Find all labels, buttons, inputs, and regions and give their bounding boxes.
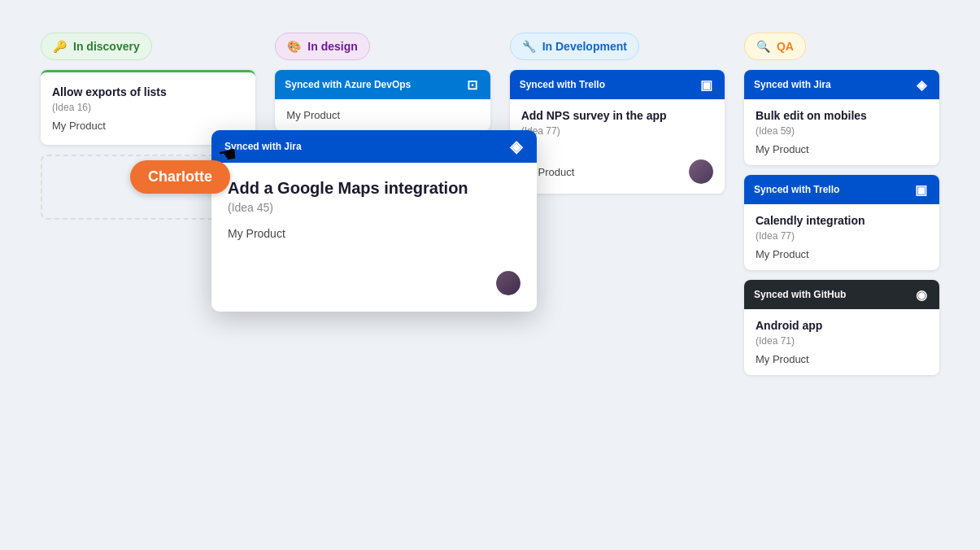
- discovery-label: In discovery: [73, 40, 140, 53]
- floating-card-avatar: [496, 271, 520, 295]
- floating-card-footer: [211, 263, 537, 312]
- development-sync-bar: Synced with Trello: [510, 70, 725, 99]
- azure-icon: [464, 76, 481, 93]
- development-sync-label: Synced with Trello: [520, 79, 605, 90]
- qa-icon: 🔍: [756, 40, 770, 53]
- column-header-development[interactable]: 🔧 In Development: [510, 33, 639, 60]
- qa-card-body-1: Bulk edit on mobiles (Idea 59) My Produc…: [744, 99, 939, 165]
- column-qa: 🔍 QA Synced with Jira Bulk edit on mobil…: [744, 33, 939, 517]
- qa-card-idea-1: (Idea 59): [756, 125, 928, 137]
- qa-card-body-2: Calendly integration (Idea 77) My Produc…: [744, 204, 939, 270]
- discovery-card-product: My Product: [52, 120, 244, 132]
- qa-card-idea-2: (Idea 77): [756, 230, 928, 242]
- development-label: In Development: [542, 40, 627, 53]
- qa-sync-bar-3: Synced with GitHub: [744, 280, 939, 309]
- qa-card-title-1: Bulk edit on mobiles: [756, 109, 928, 122]
- qa-card-3[interactable]: Synced with GitHub Android app (Idea 71)…: [744, 280, 939, 375]
- qa-card-title-2: Calendly integration: [756, 214, 928, 227]
- qa-card-2[interactable]: Synced with Trello Calendly integration …: [744, 175, 939, 270]
- development-card-body: Add NPS survey in the app (Idea 77): [510, 99, 725, 153]
- qa-card-product-2: My Product: [756, 248, 928, 260]
- development-card-title: Add NPS survey in the app: [521, 109, 713, 122]
- development-card-avatar: [689, 159, 713, 184]
- floating-jira-icon: ◈: [507, 138, 524, 155]
- qa-sync-label-1: Synced with Jira: [754, 79, 831, 90]
- charlotte-badge[interactable]: Charlotte: [130, 160, 230, 194]
- qa-card-product-3: My Product: [756, 353, 928, 365]
- development-icon: 🔧: [522, 40, 536, 53]
- design-card-product: My Product: [286, 109, 478, 121]
- design-sync-bar: Synced with Azure DevOps: [275, 70, 490, 99]
- jira-icon-1: [913, 76, 930, 93]
- trello-icon-dev: [699, 76, 715, 93]
- qa-sync-bar-1: Synced with Jira: [744, 70, 939, 99]
- floating-card[interactable]: Synced with Jira ◈ Add a Google Maps int…: [211, 130, 537, 312]
- design-icon: 🎨: [287, 40, 301, 53]
- floating-card-idea: (Idea 45): [228, 201, 520, 214]
- qa-card-1[interactable]: Synced with Jira Bulk edit on mobiles (I…: [744, 70, 939, 165]
- development-card-idea: (Idea 77): [521, 125, 713, 137]
- qa-card-title-3: Android app: [756, 319, 928, 332]
- column-header-design[interactable]: 🎨 In design: [275, 33, 369, 60]
- discovery-card-idea: (Idea 16): [52, 102, 244, 113]
- github-icon: [913, 286, 930, 303]
- qa-card-body-3: Android app (Idea 71) My Product: [744, 309, 939, 375]
- design-label: In design: [307, 40, 357, 53]
- design-card-1[interactable]: Synced with Azure DevOps My Product: [275, 70, 490, 131]
- discovery-card-title: Allow exports of lists: [52, 85, 244, 98]
- qa-sync-label-2: Synced with Trello: [754, 184, 839, 195]
- design-sync-label: Synced with Azure DevOps: [285, 79, 411, 90]
- development-card-footer: My Product: [510, 153, 725, 194]
- design-card-body: My Product: [275, 99, 490, 131]
- qa-card-product-1: My Product: [756, 143, 928, 155]
- floating-sync-bar: Synced with Jira ◈: [211, 130, 537, 163]
- development-card-1[interactable]: Synced with Trello Add NPS survey in the…: [510, 70, 725, 194]
- floating-card-title: Add a Google Maps integration: [228, 179, 520, 198]
- trello-icon-qa: [913, 181, 930, 198]
- column-header-discovery[interactable]: 🔑 In discovery: [41, 33, 152, 60]
- discovery-icon: 🔑: [53, 40, 67, 53]
- qa-sync-label-3: Synced with GitHub: [754, 289, 846, 300]
- qa-label: QA: [777, 40, 794, 53]
- qa-sync-bar-2: Synced with Trello: [744, 175, 939, 204]
- column-header-qa[interactable]: 🔍 QA: [744, 33, 806, 60]
- floating-card-body: Add a Google Maps integration (Idea 45) …: [211, 163, 537, 263]
- column-development: 🔧 In Development Synced with Trello Add …: [510, 33, 725, 517]
- floating-card-product: My Product: [228, 227, 520, 240]
- qa-card-idea-3: (Idea 71): [756, 335, 928, 347]
